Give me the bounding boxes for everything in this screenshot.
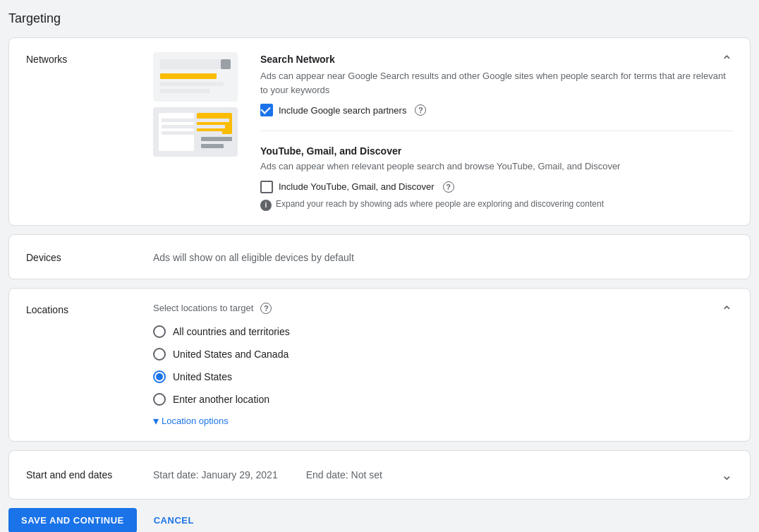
- display-network-info-text: Expand your reach by showing ads where p…: [276, 199, 604, 209]
- search-network-option: Search Network ⌃ Ads can appear near Goo…: [260, 52, 733, 116]
- location-label-other: Enter another location: [173, 394, 269, 405]
- location-label-us-ca: United States and Canada: [173, 349, 289, 360]
- networks-divider: [260, 131, 733, 131]
- display-network-help-icon[interactable]: ?: [443, 181, 454, 193]
- display-network-desc: Ads can appear when relevant people sear…: [260, 159, 733, 174]
- cancel-button[interactable]: CANCEL: [145, 508, 202, 533]
- location-radio-us-ca[interactable]: [153, 348, 166, 361]
- actions-row: SAVE AND CONTINUE CANCEL: [8, 508, 751, 533]
- location-radio-all[interactable]: [153, 325, 166, 338]
- location-radio-us[interactable]: [153, 370, 166, 383]
- display-network-title: YouTube, Gmail, and Discover: [260, 145, 733, 157]
- dates-expand-icon[interactable]: ⌄: [721, 466, 733, 483]
- search-network-title: Search Network: [260, 54, 335, 65]
- dates-row: Start and end dates Start date: January …: [9, 451, 750, 499]
- devices-section: Devices Ads will show on all eligible de…: [8, 234, 751, 279]
- location-label-all: All countries and territories: [173, 326, 290, 337]
- networks-section: Networks Search Netw: [8, 37, 751, 226]
- locations-row: Locations Select locations to target ? A…: [9, 289, 750, 441]
- search-partners-checkbox[interactable]: [260, 104, 273, 116]
- display-network-option: YouTube, Gmail, and Discover Ads can app…: [260, 145, 733, 211]
- networks-label: Networks: [26, 52, 153, 65]
- location-option-all[interactable]: All countries and territories: [153, 325, 721, 338]
- save-and-continue-button[interactable]: SAVE AND CONTINUE: [8, 508, 137, 533]
- locations-label: Locations: [26, 303, 153, 315]
- location-radio-other[interactable]: [153, 393, 166, 406]
- location-options-link[interactable]: ▾ Location options: [153, 416, 721, 427]
- end-date-label: End date:: [306, 469, 348, 480]
- start-date-label: Start date:: [153, 469, 199, 480]
- network-thumbnails: [153, 52, 238, 157]
- display-network-checkbox[interactable]: [260, 181, 273, 193]
- locations-select-header: Select locations to target ?: [153, 303, 721, 314]
- search-network-thumbnail: [153, 52, 238, 102]
- display-network-info-row: i Expand your reach by showing ads where…: [260, 199, 733, 211]
- locations-collapse-icon[interactable]: ⌃: [721, 303, 733, 320]
- location-option-us-ca[interactable]: United States and Canada: [153, 348, 721, 361]
- search-network-desc: Ads can appear near Google Search result…: [260, 69, 733, 97]
- display-network-info-icon: i: [260, 200, 272, 211]
- dates-content: Start date: January 29, 2021 End date: N…: [153, 469, 721, 480]
- display-network-label: Include YouTube, Gmail, and Discover: [279, 181, 435, 192]
- dates-label: Start and end dates: [26, 469, 153, 480]
- location-options-chevron-icon: ▾: [153, 416, 159, 427]
- end-date-item: End date: Not set: [306, 469, 382, 480]
- search-partners-checkbox-row[interactable]: Include Google search partners ?: [260, 104, 733, 116]
- search-partners-help-icon[interactable]: ?: [415, 104, 426, 116]
- devices-text: Ads will show on all eligible devices by…: [153, 250, 354, 263]
- display-network-checkbox-row[interactable]: Include YouTube, Gmail, and Discover ?: [260, 181, 733, 193]
- display-network-thumbnail: [153, 107, 238, 157]
- location-label-us: United States: [173, 371, 232, 382]
- location-option-other[interactable]: Enter another location: [153, 393, 721, 406]
- location-options-link-text: Location options: [162, 416, 229, 426]
- devices-label: Devices: [26, 250, 153, 263]
- dates-section: Start and end dates Start date: January …: [8, 450, 751, 500]
- page-title: Targeting: [8, 8, 751, 29]
- start-date-item: Start date: January 29, 2021: [153, 469, 278, 480]
- locations-help-icon[interactable]: ?: [260, 303, 272, 314]
- locations-content: Select locations to target ? All countri…: [153, 303, 721, 427]
- locations-section: Locations Select locations to target ? A…: [8, 288, 751, 442]
- end-date-value: Not set: [351, 469, 382, 480]
- networks-options: Search Network ⌃ Ads can appear near Goo…: [260, 52, 733, 211]
- search-partners-label: Include Google search partners: [279, 105, 406, 116]
- start-date-value: January 29, 2021: [201, 469, 277, 480]
- location-option-us[interactable]: United States: [153, 370, 721, 383]
- locations-select-label: Select locations to target: [153, 303, 253, 313]
- search-network-collapse-icon[interactable]: ⌃: [721, 52, 733, 69]
